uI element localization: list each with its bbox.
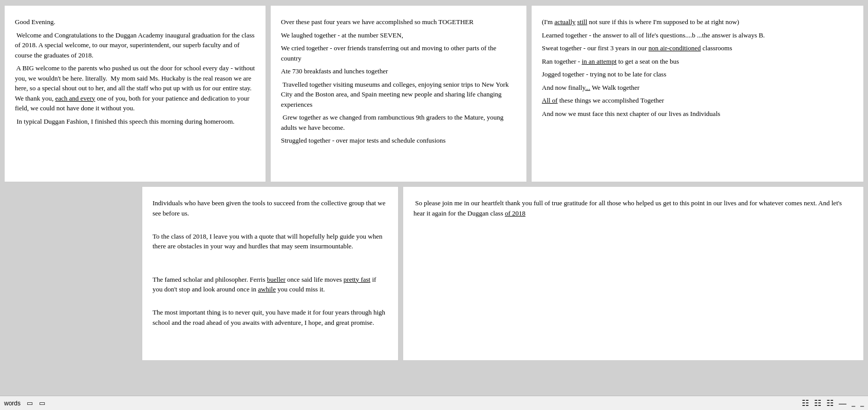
tl-line3: A BIG welcome to the parents who pushed … [15,63,255,113]
zoom-minus[interactable]: ⎯ [860,400,864,407]
card-bottom-right: So please join me in our heartfelt thank… [403,186,864,361]
underline-ellipsis: ... [585,84,590,91]
card-top-middle: Over these past four years we have accom… [270,5,527,182]
tl-line4: In typical Duggan Fashion, I finished th… [15,116,255,127]
tr-line6: And now finally... We Walk together [542,83,853,93]
card-top-right: (I'm actually still not sure if this is … [531,5,864,182]
status-bar: words ▭ ▭ ☷ ☷ ☷ — ⎯ ⎯ [0,396,868,410]
underline-nonac: non air-conditioned [649,44,701,52]
card-bottom-left: Individuals who have been given the tool… [142,186,399,361]
br-line1: So please join me in our heartfelt thank… [413,198,853,218]
tm-line7: Struggled together - over major tests an… [281,135,516,146]
status-right: ☷ ☷ ☷ — ⎯ ⎯ [802,398,864,408]
zoom-out-icon[interactable]: — [839,399,846,407]
bl-line3: The famed scholar and philosopher. Ferri… [153,275,388,295]
bl-line1: Individuals who have been given the tool… [153,198,388,218]
status-left: words ▭ ▭ [4,399,45,407]
tm-line3: We cried together - over friends transfe… [281,43,516,63]
card-top-left: Good Evening. Welcome and Congratulation… [4,5,266,182]
tl-line2: Welcome and Congratulations to the Dugga… [15,30,255,61]
tr-line8: And now we must face this next chapter o… [542,109,853,119]
tr-line4: Ran together - in an attempt to get a se… [542,56,853,67]
top-row: Good Evening. Welcome and Congratulation… [4,5,864,182]
tr-line7: All of these things we accomplished Toge… [542,95,853,106]
underline-allof: All of [542,96,558,104]
tr-line5: Jogged together - trying not to be late … [542,69,853,80]
bottom-row: Individuals who have been given the tool… [4,186,864,361]
underline-prettyfast: pretty fast [344,276,370,283]
underline-of2018: of 2018 [505,209,525,217]
tr-line1: (I'm actually still not sure if this is … [542,17,853,27]
main-area: Good Evening. Welcome and Congratulation… [0,0,868,385]
tm-line5: Travelled together visiting museums and … [281,80,516,110]
underline-bueller: bueller [267,276,286,283]
status-icon-2[interactable]: ▭ [39,399,45,407]
underline-inanattempt: in an attempt [582,57,617,65]
underline-each-every: each and every [55,94,95,102]
zoom-slider[interactable]: ⎯ [852,400,855,407]
bl-line4: The most important thing is to never qui… [153,307,388,327]
tm-line2: We laughed together - at the number SEVE… [281,30,516,41]
tl-line1: Good Evening. [15,17,255,27]
underline-awhile: awhile [258,285,276,293]
view-icon-2[interactable]: ☷ [814,398,821,408]
underline-actually: actually [554,18,575,26]
tr-line2: Learned together - the answer to all of … [542,30,853,41]
underline-still: still [577,18,588,26]
view-icon-3[interactable]: ☷ [826,398,834,408]
tm-line6: Grew together as we changed from rambunc… [281,112,516,132]
tm-line4: Ate 730 breakfasts and lunches together [281,66,516,76]
bl-line2: To the class of 2018, I leave you with a… [153,231,388,251]
tr-line3: Sweat together - our first 3 years in ou… [542,43,853,53]
status-icon-1[interactable]: ▭ [27,399,33,407]
tm-line1: Over these past four years we have accom… [281,17,516,27]
words-label: words [4,400,21,407]
view-icon-1[interactable]: ☷ [802,398,809,408]
